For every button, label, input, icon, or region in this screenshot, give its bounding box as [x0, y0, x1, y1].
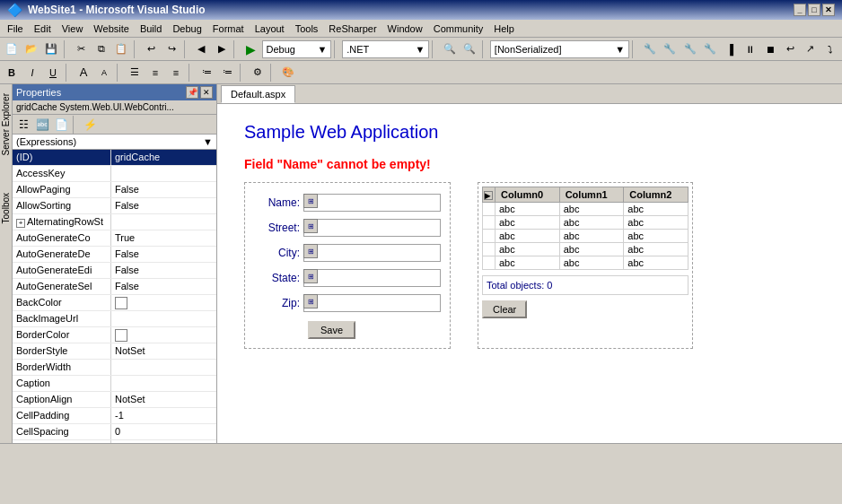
- props-row[interactable]: CaptionAlignNotSet: [13, 392, 216, 408]
- props-row[interactable]: AutoGenerateEdiFalse: [13, 263, 216, 279]
- bold-button[interactable]: B: [2, 63, 22, 83]
- list-ordered-button[interactable]: ≔: [197, 63, 216, 83]
- toolbar-btn-e[interactable]: ▐: [721, 39, 740, 59]
- redo-button[interactable]: ↪: [162, 39, 180, 59]
- close-button[interactable]: ✕: [822, 4, 835, 16]
- form-input[interactable]: [303, 244, 441, 262]
- props-row[interactable]: BorderWidth: [13, 360, 216, 376]
- menu-community[interactable]: Community: [428, 22, 489, 36]
- toolbar-btn-f[interactable]: ⏸: [741, 39, 759, 59]
- format-toolbar: B I U A A ☰ ≡ ≡ ≔ ≔ ⚙ 🎨: [0, 61, 842, 84]
- toolbar-btn-d[interactable]: 🔧: [700, 39, 719, 59]
- align-center-button[interactable]: ≡: [145, 63, 165, 83]
- align-right-button[interactable]: ≡: [166, 63, 186, 83]
- font-size-button[interactable]: A: [74, 63, 93, 83]
- form-input[interactable]: [303, 294, 441, 312]
- toolbar-icon-1[interactable]: 🔍: [440, 39, 459, 59]
- list-unordered-button[interactable]: ≔: [217, 63, 237, 83]
- toolbar-btn-b[interactable]: 🔧: [660, 39, 679, 59]
- expand-icon[interactable]: +: [16, 219, 25, 228]
- props-row[interactable]: CellPadding-1: [13, 408, 216, 424]
- menu-window[interactable]: Window: [382, 22, 428, 36]
- props-row[interactable]: +AlternatingRowSt: [13, 214, 216, 230]
- props-row[interactable]: BackImageUrl: [13, 311, 216, 327]
- expressions-dropdown[interactable]: (Expressions) ▼: [13, 135, 216, 150]
- prop-sort-category-button[interactable]: ☷: [14, 116, 32, 134]
- prop-sort-alpha-button[interactable]: 🔤: [33, 116, 51, 134]
- grid-cell: abc: [559, 256, 624, 270]
- menu-layout[interactable]: Layout: [250, 22, 290, 36]
- paste-button[interactable]: 📋: [112, 39, 131, 59]
- toolbar-btn-j[interactable]: ⤵: [820, 39, 839, 59]
- grid-cell: abc: [496, 230, 560, 243]
- panel-separator: [73, 116, 78, 134]
- menu-help[interactable]: Help: [488, 22, 520, 36]
- grid-cell: abc: [624, 230, 689, 243]
- server-explorer-tab[interactable]: Server Explorer: [0, 88, 12, 161]
- toolbox-tab[interactable]: Toolbox: [0, 187, 12, 229]
- props-row[interactable]: BorderStyleNotSet: [13, 343, 216, 360]
- dotnet-dropdown[interactable]: .NET ▼: [342, 40, 429, 58]
- prop-pages-button[interactable]: 📄: [52, 116, 70, 134]
- props-row[interactable]: AllowPagingFalse: [13, 182, 216, 198]
- maximize-button[interactable]: □: [808, 4, 820, 16]
- format-extra-button[interactable]: ⚙: [248, 63, 268, 83]
- underline-button[interactable]: U: [43, 63, 63, 83]
- new-button[interactable]: 📄: [2, 39, 21, 59]
- menu-website[interactable]: Website: [88, 22, 135, 36]
- toolbar-btn-c[interactable]: 🔧: [680, 39, 699, 59]
- navigate-forward-button[interactable]: ▶: [212, 39, 231, 59]
- cut-button[interactable]: ✂: [72, 39, 91, 59]
- clear-button[interactable]: Clear: [482, 300, 527, 318]
- navigate-back-button[interactable]: ◀: [192, 39, 211, 59]
- toolbar-icon-2[interactable]: 🔍: [460, 39, 479, 59]
- props-row[interactable]: CellSpacing0: [13, 424, 216, 440]
- tab-default-aspx[interactable]: Default.aspx: [221, 85, 295, 103]
- props-row[interactable]: Caption: [13, 376, 216, 392]
- italic-button[interactable]: I: [22, 63, 42, 83]
- undo-button[interactable]: ↩: [142, 39, 161, 59]
- debug-mode-dropdown[interactable]: Debug ▼: [262, 40, 332, 58]
- props-row[interactable]: (ID)gridCache: [13, 150, 216, 166]
- align-left-button[interactable]: ☰: [125, 63, 145, 83]
- save-all-button[interactable]: 💾: [42, 39, 61, 59]
- menu-view[interactable]: View: [57, 22, 89, 36]
- form-input[interactable]: [303, 269, 441, 287]
- prop-events-button[interactable]: ⚡: [81, 116, 99, 134]
- title-bar: 🔷 WebSite1 - Microsoft Visual Studio _ □…: [0, 0, 842, 20]
- toolbar-btn-g[interactable]: ⏹: [760, 39, 779, 59]
- toolbar-separator-4: [233, 40, 239, 58]
- save-button[interactable]: Save: [308, 321, 355, 339]
- menu-debug[interactable]: Debug: [167, 22, 206, 36]
- config-dropdown[interactable]: [NonSerialized] ▼: [490, 40, 629, 58]
- menu-resharper[interactable]: ReSharper: [323, 22, 382, 36]
- menu-file[interactable]: File: [2, 22, 29, 36]
- menu-build[interactable]: Build: [135, 22, 167, 36]
- props-row[interactable]: AutoGenerateCoTrue: [13, 230, 216, 247]
- font-small-button[interactable]: A: [94, 63, 114, 83]
- props-row[interactable]: AllowSortingFalse: [13, 198, 216, 214]
- menu-format[interactable]: Format: [207, 22, 250, 36]
- toolbar-btn-a[interactable]: 🔧: [640, 39, 659, 59]
- props-row[interactable]: AutoGenerateDeFalse: [13, 247, 216, 263]
- form-input[interactable]: [303, 219, 441, 237]
- props-row[interactable]: Columns(Collection): [13, 440, 216, 443]
- props-row[interactable]: BorderColor: [13, 327, 216, 343]
- minimize-button[interactable]: _: [794, 4, 806, 16]
- panel-close-button[interactable]: ✕: [200, 86, 213, 99]
- toolbar-btn-i[interactable]: ↗: [801, 39, 820, 59]
- start-debug-button[interactable]: ▶: [241, 39, 260, 59]
- grid-row: abcabcabc: [483, 230, 689, 243]
- properties-list: (ID)gridCacheAccessKeyAllowPagingFalseAl…: [13, 150, 216, 443]
- format-icon-1[interactable]: 🎨: [278, 63, 298, 83]
- props-row[interactable]: AutoGenerateSelFalse: [13, 279, 216, 295]
- menu-edit[interactable]: Edit: [29, 22, 57, 36]
- toolbar-btn-h[interactable]: ↩: [781, 39, 800, 59]
- panel-pin-button[interactable]: 📌: [186, 86, 198, 99]
- open-button[interactable]: 📂: [22, 39, 40, 59]
- copy-button[interactable]: ⧉: [92, 39, 110, 59]
- menu-tools[interactable]: Tools: [290, 22, 324, 36]
- form-input[interactable]: [303, 194, 441, 212]
- props-row[interactable]: AccessKey: [13, 166, 216, 182]
- props-row[interactable]: BackColor: [13, 295, 216, 311]
